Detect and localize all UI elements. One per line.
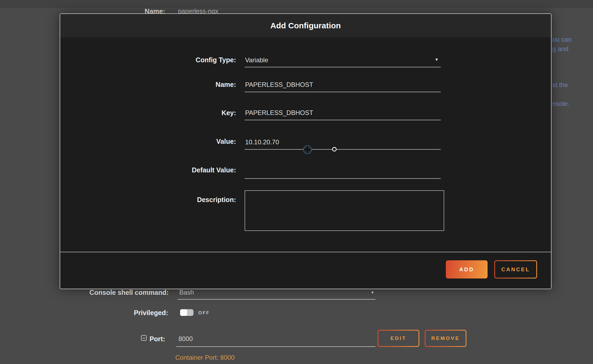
clipped-help-text-line: nsole. xyxy=(552,100,569,107)
top-section-divider xyxy=(0,0,593,8)
console-shell-command-value[interactable]: Bash xyxy=(179,288,194,296)
chevron-down-icon[interactable]: ▼ xyxy=(371,291,374,294)
cancel-button[interactable]: CANCEL xyxy=(494,260,537,278)
clipped-help-text-line: ou can xyxy=(552,36,572,43)
docker-config-page: Name: paperless-ngx ou can g and st the … xyxy=(0,0,593,364)
remove-button-label: REMOVE xyxy=(425,331,466,346)
config-value-label: Value: xyxy=(151,137,236,145)
add-button[interactable]: ADD xyxy=(446,260,488,278)
clipped-help-text-line: g and xyxy=(552,45,568,53)
remove-button[interactable]: REMOVE xyxy=(425,330,466,347)
console-shell-command-underline xyxy=(177,299,375,300)
config-name-input[interactable] xyxy=(245,80,441,92)
edit-button[interactable]: EDIT xyxy=(378,330,419,347)
config-name-label: Name: xyxy=(151,80,236,88)
container-port-note: Container Port: 8000 xyxy=(175,354,234,362)
port-label: Port: xyxy=(112,335,165,343)
config-description-textarea[interactable] xyxy=(245,190,444,231)
config-type-selected-value: Variable xyxy=(245,56,268,64)
config-type-label: Config Type: xyxy=(151,56,236,64)
config-key-input[interactable] xyxy=(245,109,441,120)
port-value[interactable]: 8000 xyxy=(178,335,193,343)
add-configuration-dialog: Add Configuration Config Type: Variable … xyxy=(60,13,552,289)
port-underline xyxy=(176,346,375,347)
toggle-knob-icon xyxy=(180,309,187,316)
dialog-footer-divider xyxy=(60,252,551,252)
clipped-help-text-line: st the xyxy=(552,81,568,89)
config-default-value-label: Default Value: xyxy=(151,166,236,174)
selection-handle-icon[interactable] xyxy=(332,147,337,152)
config-description-label: Description: xyxy=(151,196,236,204)
config-key-label: Key: xyxy=(151,109,236,117)
config-value-input[interactable] xyxy=(245,138,441,150)
dialog-title: Add Configuration xyxy=(60,14,551,37)
chevron-down-icon: ▼ xyxy=(435,57,439,62)
cancel-button-label: CANCEL xyxy=(495,261,536,278)
config-type-select[interactable]: Variable ▼ xyxy=(245,56,441,67)
console-shell-command-label: Console shell command: xyxy=(62,288,169,296)
config-default-value-input[interactable] xyxy=(245,167,441,179)
privileged-state-text: OFF xyxy=(198,310,210,316)
privileged-toggle[interactable] xyxy=(180,309,193,316)
move-cursor-icon xyxy=(303,145,312,154)
edit-button-label: EDIT xyxy=(378,331,419,346)
privileged-label: Privileged: xyxy=(61,309,168,317)
